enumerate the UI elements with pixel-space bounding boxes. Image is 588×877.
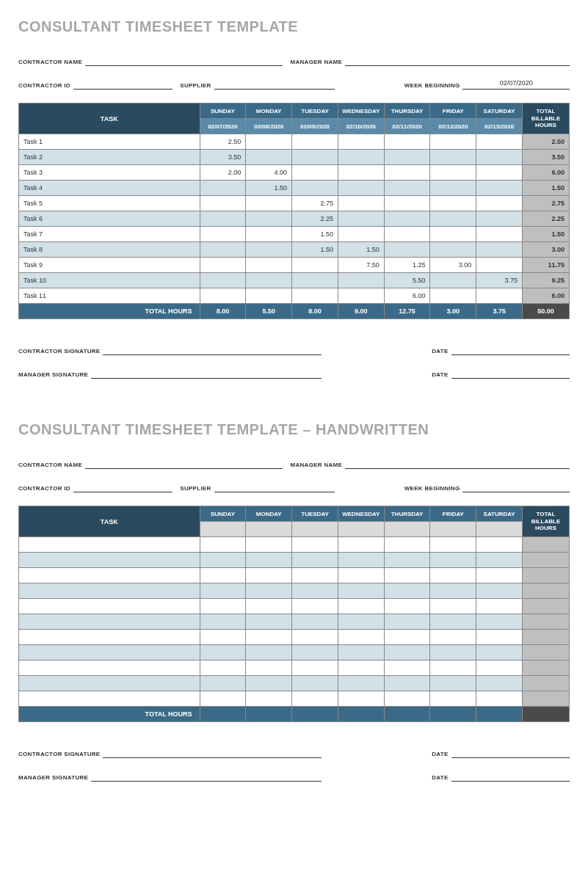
hours-cell[interactable]: 3.50	[200, 150, 246, 165]
hours-cell[interactable]	[476, 150, 523, 165]
hours-cell[interactable]	[292, 150, 338, 165]
hours-cell[interactable]	[246, 537, 292, 553]
hours-cell[interactable]	[384, 614, 430, 630]
hours-cell[interactable]	[200, 599, 246, 614]
hours-cell[interactable]	[200, 258, 246, 273]
hours-cell[interactable]	[246, 196, 292, 211]
hours-cell[interactable]	[384, 150, 430, 165]
hours-cell[interactable]	[292, 645, 338, 661]
hours-cell[interactable]	[384, 165, 430, 181]
hours-cell[interactable]: 1.50	[292, 242, 338, 258]
hours-cell[interactable]	[246, 583, 292, 599]
hours-cell[interactable]: 1.25	[384, 258, 430, 273]
hours-cell[interactable]	[430, 630, 476, 645]
hours-cell[interactable]	[200, 676, 246, 691]
hours-cell[interactable]	[338, 645, 384, 661]
task-cell[interactable]: Task 11	[19, 288, 200, 304]
task-cell[interactable]: Task 8	[19, 242, 200, 258]
hours-cell[interactable]	[292, 661, 338, 676]
task-cell[interactable]: Task 10	[19, 273, 200, 288]
hours-cell[interactable]	[384, 134, 430, 150]
hours-cell[interactable]	[200, 645, 246, 661]
task-cell[interactable]	[19, 614, 200, 630]
hours-cell[interactable]: 3.00	[430, 258, 476, 273]
hours-cell[interactable]	[430, 288, 476, 304]
hours-cell[interactable]	[430, 691, 476, 707]
week-beginning-input[interactable]: 02/07/2020	[462, 79, 570, 90]
hours-cell[interactable]	[200, 568, 246, 583]
task-cell[interactable]	[19, 599, 200, 614]
hours-cell[interactable]: 5.50	[384, 273, 430, 288]
task-cell[interactable]	[19, 568, 200, 583]
hours-cell[interactable]	[476, 630, 523, 645]
contractor-id-input[interactable]	[73, 79, 173, 90]
hours-cell[interactable]	[384, 211, 430, 227]
task-cell[interactable]: Task 9	[19, 258, 200, 273]
hours-cell[interactable]	[476, 288, 523, 304]
hours-cell[interactable]	[338, 630, 384, 645]
hours-cell[interactable]	[476, 242, 523, 258]
hours-cell[interactable]	[292, 165, 338, 181]
hours-cell[interactable]	[246, 273, 292, 288]
hours-cell[interactable]	[200, 288, 246, 304]
hours-cell[interactable]	[430, 227, 476, 242]
hours-cell[interactable]	[384, 630, 430, 645]
hours-cell[interactable]	[430, 568, 476, 583]
hours-cell[interactable]	[430, 676, 476, 691]
hours-cell[interactable]	[384, 568, 430, 583]
hours-cell[interactable]	[476, 661, 523, 676]
hours-cell[interactable]	[292, 537, 338, 553]
task-cell[interactable]	[19, 661, 200, 676]
hours-cell[interactable]	[430, 150, 476, 165]
hours-cell[interactable]	[430, 242, 476, 258]
hours-cell[interactable]	[430, 553, 476, 568]
manager-name-input[interactable]	[345, 56, 570, 66]
hours-cell[interactable]	[292, 691, 338, 707]
hours-cell[interactable]: 1.50	[246, 181, 292, 196]
hours-cell[interactable]	[200, 273, 246, 288]
hours-cell[interactable]	[246, 691, 292, 707]
hours-cell[interactable]	[200, 227, 246, 242]
hours-cell[interactable]: 2.75	[292, 196, 338, 211]
hours-cell[interactable]	[246, 614, 292, 630]
hours-cell[interactable]	[292, 181, 338, 196]
hours-cell[interactable]	[338, 273, 384, 288]
hours-cell[interactable]	[430, 661, 476, 676]
hours-cell[interactable]	[384, 583, 430, 599]
task-cell[interactable]: Task 5	[19, 196, 200, 211]
hours-cell[interactable]	[430, 599, 476, 614]
hours-cell[interactable]	[338, 614, 384, 630]
supplier-input[interactable]	[214, 482, 335, 492]
hours-cell[interactable]: 3.75	[476, 273, 523, 288]
hours-cell[interactable]: 7.50	[338, 258, 384, 273]
hours-cell[interactable]	[338, 211, 384, 227]
hours-cell[interactable]	[292, 583, 338, 599]
hours-cell[interactable]	[338, 583, 384, 599]
hours-cell[interactable]	[292, 568, 338, 583]
task-cell[interactable]	[19, 537, 200, 553]
hours-cell[interactable]	[246, 645, 292, 661]
hours-cell[interactable]	[384, 181, 430, 196]
manager-sig-input[interactable]	[91, 771, 322, 782]
hours-cell[interactable]	[200, 196, 246, 211]
hours-cell[interactable]	[476, 134, 523, 150]
hours-cell[interactable]	[430, 583, 476, 599]
task-cell[interactable]: Task 7	[19, 227, 200, 242]
date-input[interactable]	[451, 368, 570, 379]
hours-cell[interactable]	[292, 273, 338, 288]
hours-cell[interactable]	[476, 181, 523, 196]
contractor-sig-input[interactable]	[103, 748, 322, 758]
hours-cell[interactable]	[384, 227, 430, 242]
hours-cell[interactable]	[384, 645, 430, 661]
hours-cell[interactable]	[384, 553, 430, 568]
task-cell[interactable]	[19, 553, 200, 568]
hours-cell[interactable]	[476, 258, 523, 273]
hours-cell[interactable]	[338, 227, 384, 242]
hours-cell[interactable]	[430, 196, 476, 211]
hours-cell[interactable]	[292, 553, 338, 568]
hours-cell[interactable]	[476, 196, 523, 211]
hours-cell[interactable]	[384, 537, 430, 553]
hours-cell[interactable]	[476, 599, 523, 614]
hours-cell[interactable]	[430, 645, 476, 661]
hours-cell[interactable]	[338, 165, 384, 181]
